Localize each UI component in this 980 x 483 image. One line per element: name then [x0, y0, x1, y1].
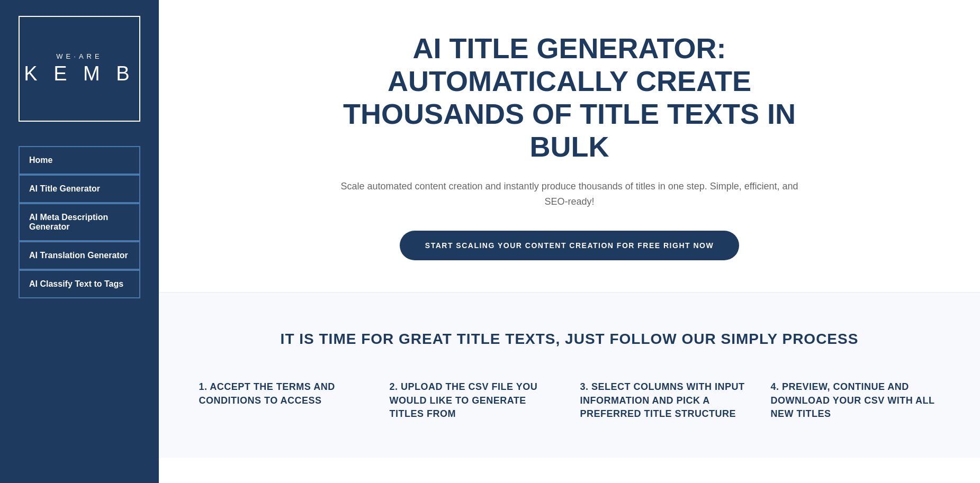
hero-subtitle: Scale automated content creation and ins… — [331, 179, 808, 209]
logo-we-are: WE·ARE — [56, 52, 102, 60]
hero-title: AI TITLE GENERATOR: AUTOMATICALLY CREATE… — [305, 32, 834, 163]
steps-grid: 1. ACCEPT THE TERMS AND CONDITIONS TO AC… — [199, 380, 940, 421]
logo-box: WE·ARE K E M B — [19, 16, 140, 122]
step-1: 1. ACCEPT THE TERMS AND CONDITIONS TO AC… — [199, 380, 368, 421]
sidebar-item-ai-title-generator[interactable]: AI Title Generator — [19, 175, 140, 203]
step-3: 3. SELECT COLUMNS WITH INPUT INFORMATION… — [580, 380, 750, 421]
sidebar-item-home[interactable]: Home — [19, 146, 140, 175]
step-2: 2. UPLOAD THE CSV FILE YOU WOULD LIKE TO… — [390, 380, 559, 421]
sidebar-nav: Home AI Title Generator AI Meta Descript… — [19, 146, 140, 298]
sidebar-item-ai-classify-text-to-tags[interactable]: AI Classify Text to Tags — [19, 270, 140, 298]
process-title: IT IS TIME FOR GREAT TITLE TEXTS, JUST F… — [191, 330, 948, 349]
main-content: AI TITLE GENERATOR: AUTOMATICALLY CREATE… — [159, 0, 980, 483]
logo-brand: K E M B — [24, 62, 134, 85]
sidebar-item-ai-meta-description-generator[interactable]: AI Meta Description Generator — [19, 203, 140, 241]
sidebar: WE·ARE K E M B Home AI Title Generator A… — [0, 0, 159, 483]
sidebar-item-ai-translation-generator[interactable]: AI Translation Generator — [19, 241, 140, 270]
process-section: IT IS TIME FOR GREAT TITLE TEXTS, JUST F… — [159, 293, 980, 458]
step-4: 4. PREVIEW, CONTINUE AND DOWNLOAD YOUR C… — [771, 380, 940, 421]
cta-button[interactable]: START SCALING YOUR CONTENT CREATION FOR … — [400, 231, 739, 260]
hero-section: AI TITLE GENERATOR: AUTOMATICALLY CREATE… — [159, 0, 980, 293]
